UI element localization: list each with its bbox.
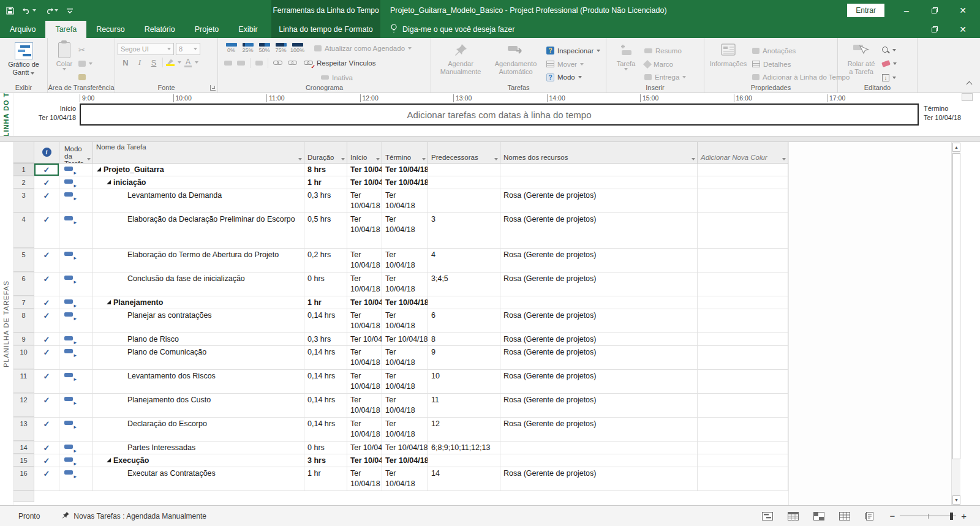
start-cell[interactable]: Ter 10/04/18 — [347, 333, 382, 345]
predecessors-cell[interactable]: 6;8;9;10;11;12;13 — [428, 441, 500, 454]
row-number[interactable]: 5 — [13, 249, 34, 272]
new-column-cell[interactable] — [698, 394, 788, 417]
start-cell[interactable]: Ter 10/04/18 — [347, 394, 382, 417]
finish-cell[interactable]: Ter 10/04/18 — [382, 309, 428, 333]
duration-cell[interactable]: 1 hr — [304, 176, 347, 189]
tab-tarefa[interactable]: Tarefa — [45, 21, 86, 38]
finish-cell[interactable]: Ter 10/04/18 — [382, 176, 428, 189]
chevron-down-icon[interactable] — [298, 158, 302, 160]
scroll-to-task-button[interactable]: Rolar até a Tarefa — [844, 40, 878, 83]
indicator-cell[interactable]: ✓ — [34, 213, 59, 248]
duration-cell[interactable]: 0,3 hrs — [304, 333, 347, 345]
finish-cell[interactable]: Ter 10/04/18 — [382, 394, 428, 417]
percent-0-button[interactable]: 0% — [224, 43, 238, 53]
row-number[interactable]: 12 — [13, 394, 34, 417]
task-mode-cell[interactable]: ▸ — [59, 176, 93, 189]
finish-cell[interactable]: Ter 10/04/18 — [382, 272, 428, 296]
ribbon-collapse-icon[interactable] — [967, 78, 971, 89]
table-row[interactable]: 15 ✓ ▸ Execução 3 hrs Ter 10/04/18 Ter 1… — [13, 454, 788, 467]
start-cell[interactable]: Ter 10/04/18 — [347, 418, 382, 441]
table-row[interactable]: 5 ✓ ▸ Elaboração do Termo de Abertura do… — [13, 249, 788, 272]
respect-links-button[interactable]: Respeitar Vínculos — [304, 56, 376, 69]
predecessors-cell[interactable]: 12 — [428, 418, 500, 441]
indicator-column-header[interactable]: i — [34, 142, 59, 163]
predecessors-cell[interactable]: 4 — [428, 249, 500, 272]
information-button[interactable]: Informações — [708, 40, 748, 83]
row-number[interactable]: 16 — [13, 467, 34, 490]
chevron-down-icon[interactable] — [782, 158, 786, 160]
start-cell[interactable]: Ter 10/04/18 — [347, 176, 382, 189]
chevron-down-icon[interactable] — [32, 9, 36, 12]
task-name-cell[interactable]: Executar as Contratações — [93, 467, 304, 490]
finish-cell[interactable]: Ter 10/04/18 — [382, 296, 428, 309]
task-name-cell[interactable]: Planejamento — [93, 296, 304, 309]
predecessors-cell[interactable]: 11 — [428, 394, 500, 417]
task-name-cell[interactable]: Planejamento dos Custo — [93, 394, 304, 417]
duration-cell[interactable]: 0,14 hrs — [304, 370, 347, 393]
indicator-cell[interactable]: ✓ — [34, 176, 59, 189]
resources-cell[interactable] — [500, 454, 698, 467]
start-column-header[interactable]: Início — [347, 142, 382, 163]
predecessors-cell[interactable] — [428, 296, 500, 309]
resources-cell[interactable]: Rosa (Gerente de projetos) — [500, 249, 698, 272]
indicator-cell[interactable]: ✓ — [34, 467, 59, 490]
close-icon[interactable]: ✕ — [957, 24, 969, 34]
table-row[interactable]: 9 ✓ ▸ Plano de Risco 0,3 hrs Ter 10/04/1… — [13, 333, 788, 346]
start-cell[interactable]: Ter 10/04/18 — [347, 249, 382, 272]
resources-cell[interactable] — [500, 441, 698, 454]
duration-cell[interactable]: 0 hrs — [304, 441, 347, 454]
table-row[interactable]: 10 ✓ ▸ Plano de Comunicação 0,14 hrs Ter… — [13, 346, 788, 370]
start-cell[interactable]: Ter 10/04/18 — [347, 454, 382, 467]
row-number[interactable]: 9 — [13, 333, 34, 345]
new-column-cell[interactable] — [698, 467, 788, 490]
zoom-in-icon[interactable]: + — [961, 511, 967, 521]
resources-cell[interactable]: Rosa (Gerente de projetos) — [500, 346, 698, 369]
predecessors-cell[interactable]: 9 — [428, 346, 500, 369]
expand-triangle-icon[interactable] — [107, 458, 111, 462]
dialog-launcher-icon[interactable] — [210, 85, 216, 91]
row-number[interactable]: 10 — [13, 346, 34, 369]
duration-cell[interactable]: 0 hrs — [304, 272, 347, 296]
finish-cell[interactable]: Ter 10/04/18 — [382, 333, 428, 345]
task-mode-cell[interactable]: ▸ — [59, 370, 93, 393]
row-number[interactable]: 13 — [13, 418, 34, 441]
expand-triangle-icon[interactable] — [107, 300, 111, 304]
start-cell[interactable]: Ter 10/04/18 — [347, 467, 382, 490]
zoom-out-icon[interactable]: − — [889, 511, 895, 521]
duration-cell[interactable]: 0,14 hrs — [304, 309, 347, 333]
find-button[interactable] — [882, 45, 897, 55]
restore-icon[interactable] — [929, 6, 941, 15]
font-family-select[interactable]: Segoe UI — [118, 43, 174, 55]
resources-column-header[interactable]: Nomes dos recursos — [500, 142, 698, 163]
resources-cell[interactable]: Rosa (Gerente de projetos) — [500, 272, 698, 296]
indicator-cell[interactable]: ✓ — [34, 189, 59, 212]
tab-recurso[interactable]: Recurso — [86, 21, 135, 38]
task-mode-cell[interactable]: ▸ — [59, 346, 93, 369]
table-row[interactable]: 4 ✓ ▸ Elaboração da Declaração Prelimina… — [13, 213, 788, 249]
chevron-down-icon[interactable] — [55, 9, 58, 12]
duration-cell[interactable]: 3 hrs — [304, 454, 347, 467]
chevron-down-icon[interactable] — [494, 158, 498, 160]
split-task-button[interactable] — [255, 56, 263, 69]
scroll-down-icon[interactable]: ▼ — [952, 495, 960, 505]
table-row[interactable]: 3 ✓ ▸ Levantamento da Demanda 0,3 hrs Te… — [13, 189, 788, 213]
chevron-down-icon[interactable] — [692, 158, 695, 160]
table-row[interactable]: 12 ✓ ▸ Planejamento dos Custo 0,14 hrs T… — [13, 394, 788, 418]
auto-schedule-button[interactable]: Agendamento Automático — [489, 40, 543, 83]
duration-cell[interactable]: 1 hr — [304, 467, 347, 490]
task-name-cell[interactable]: Elaboração do Termo de Abertura do Proje… — [93, 249, 304, 272]
resources-cell[interactable]: Rosa (Gerente de projetos) — [500, 309, 698, 333]
predecessors-cell[interactable] — [428, 454, 500, 467]
add-to-timeline-button[interactable]: Adicionar à Linha do Tempo — [752, 72, 850, 83]
manually-schedule-button[interactable]: Agendar Manualmente — [436, 40, 485, 83]
table-row[interactable]: 7 ✓ ▸ Planejamento 1 hr Ter 10/04/18 Ter… — [13, 296, 788, 309]
start-cell[interactable]: Ter 10/04/18 — [347, 370, 382, 393]
redo-icon[interactable] — [45, 7, 58, 14]
predecessors-column-header[interactable]: Predecessoras — [428, 142, 500, 163]
indicator-cell[interactable]: ✓ — [34, 346, 59, 369]
new-column-cell[interactable] — [698, 272, 788, 296]
indicator-cell[interactable]: ✓ — [34, 454, 59, 467]
pane-splitter[interactable] — [0, 136, 980, 142]
inactivate-button[interactable]: Inativa — [321, 71, 353, 84]
bold-button[interactable]: N — [120, 58, 131, 67]
